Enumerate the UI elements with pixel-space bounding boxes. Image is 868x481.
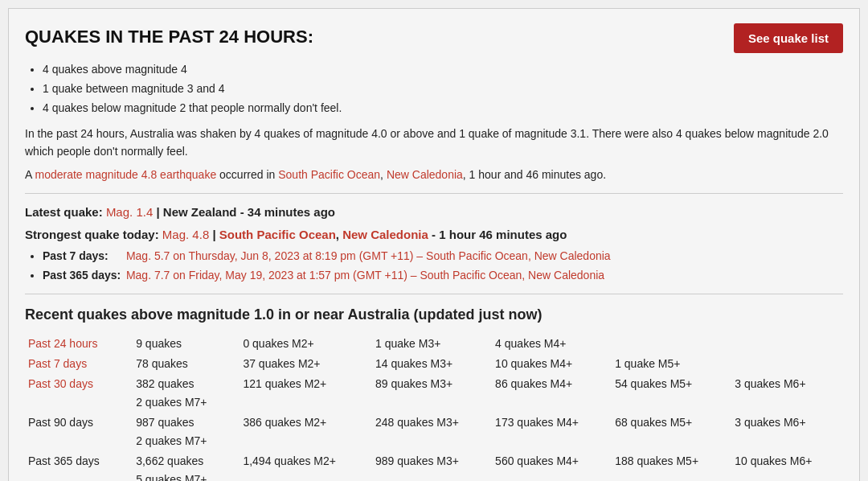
cell-90d-m7: 2 quakes M7+ xyxy=(133,433,240,451)
cell-90d-total: 987 quakes xyxy=(133,413,240,433)
row-label-24h: Past 24 hours xyxy=(25,334,133,354)
cell-24h-m3: 1 quake M3+ xyxy=(372,334,492,354)
location-link-1[interactable]: South Pacific Ocean xyxy=(278,168,380,181)
table-sub-row: 2 quakes M7+ xyxy=(25,433,843,451)
strongest-loc1[interactable]: South Pacific Ocean xyxy=(219,228,336,241)
header-row: QUAKES IN THE PAST 24 HOURS: See quake l… xyxy=(25,23,843,53)
divider-1 xyxy=(25,193,843,194)
cell-30d-m4: 86 quakes M4+ xyxy=(492,374,612,394)
bullet-item: 1 quake between magnitude 3 and 4 xyxy=(43,80,843,97)
cell-365d-total: 3,662 quakes xyxy=(133,451,240,471)
strongest-quake-line: Strongest quake today: Mag. 4.8 | South … xyxy=(25,226,843,245)
section-title: Recent quakes above magnitude 1.0 in or … xyxy=(25,304,843,326)
summary2-suffix: , 1 hour and 46 minutes ago. xyxy=(463,168,606,181)
summary2-prefix: A xyxy=(25,168,35,181)
cell-90d-m3: 248 quakes M3+ xyxy=(372,413,492,433)
strongest-loc2[interactable]: New Caledonia xyxy=(342,228,428,241)
record-link-365days[interactable]: Mag. 7.7 on Friday, May 19, 2023 at 1:57… xyxy=(126,269,604,282)
row-label-365d: Past 365 days xyxy=(25,451,133,471)
sub-row-filler xyxy=(240,394,843,413)
sub-row-empty xyxy=(25,394,133,413)
latest-label: Latest quake: xyxy=(25,205,106,219)
record-item-7days: Past 7 days: Mag. 5.7 on Thursday, Jun 8… xyxy=(43,248,843,265)
cell-30d-m7: 2 quakes M7+ xyxy=(133,394,240,413)
strongest-time: - 1 hour 46 minutes ago xyxy=(428,228,567,241)
bullet-item: 4 quakes above magnitude 4 xyxy=(43,61,843,78)
table-sub-row: 5 quakes M7+ xyxy=(25,471,843,481)
cell-7d-m2: 37 quakes M2+ xyxy=(240,354,372,374)
table-sub-row: 2 quakes M7+ xyxy=(25,394,843,413)
summary-paragraph-2: A moderate magnitude 4.8 earthquake occu… xyxy=(25,166,843,183)
latest-sep: | xyxy=(153,205,163,219)
cell-365d-m6: 10 quakes M6+ xyxy=(731,451,843,471)
table-row: Past 90 days 987 quakes 386 quakes M2+ 2… xyxy=(25,413,843,433)
cell-24h-m5 xyxy=(612,334,731,354)
cell-7d-total: 78 quakes xyxy=(133,354,240,374)
bullet-item: 4 quakes below magnitude 2 that people n… xyxy=(43,100,843,117)
see-quake-button[interactable]: See quake list xyxy=(734,23,843,53)
main-container: QUAKES IN THE PAST 24 HOURS: See quake l… xyxy=(8,8,860,481)
cell-24h-m4: 4 quakes M4+ xyxy=(492,334,612,354)
sub-row-filler xyxy=(240,471,843,481)
cell-30d-m3: 89 quakes M3+ xyxy=(372,374,492,394)
row-label-90d: Past 90 days xyxy=(25,413,133,433)
cell-7d-m3: 14 quakes M3+ xyxy=(372,354,492,374)
strongest-sep: | xyxy=(209,228,219,241)
strongest-label: Strongest quake today: xyxy=(25,228,162,241)
table-row: Past 30 days 382 quakes 121 quakes M2+ 8… xyxy=(25,374,843,394)
quake-table: Past 24 hours 9 quakes 0 quakes M2+ 1 qu… xyxy=(25,334,843,481)
divider-2 xyxy=(25,294,843,294)
cell-24h-m6 xyxy=(731,334,843,354)
cell-90d-m4: 173 quakes M4+ xyxy=(492,413,612,433)
strongest-comma: , xyxy=(336,228,342,241)
sub-row-filler xyxy=(240,433,843,451)
cell-365d-m3: 989 quakes M3+ xyxy=(372,451,492,471)
location-link-2[interactable]: New Caledonia xyxy=(387,168,463,181)
summary2-comma: , xyxy=(380,168,387,181)
table-row: Past 365 days 3,662 quakes 1,494 quakes … xyxy=(25,451,843,471)
record-period-365days: Past 365 days: xyxy=(43,267,123,284)
cell-90d-m5: 68 quakes M5+ xyxy=(612,413,731,433)
latest-mag: Mag. 1.4 xyxy=(106,205,153,219)
cell-24h-total: 9 quakes xyxy=(133,334,240,354)
table-row: Past 7 days 78 quakes 37 quakes M2+ 14 q… xyxy=(25,354,843,374)
cell-7d-m6 xyxy=(731,354,843,374)
record-item-365days: Past 365 days: Mag. 7.7 on Friday, May 1… xyxy=(43,267,843,284)
cell-30d-m5: 54 quakes M5+ xyxy=(612,374,731,394)
cell-90d-m6: 3 quakes M6+ xyxy=(731,413,843,433)
record-period-7days: Past 7 days: xyxy=(43,248,123,265)
cell-7d-m4: 10 quakes M4+ xyxy=(492,354,612,374)
cell-30d-m2: 121 quakes M2+ xyxy=(240,374,372,394)
cell-30d-total: 382 quakes xyxy=(133,374,240,394)
table-row: Past 24 hours 9 quakes 0 quakes M2+ 1 qu… xyxy=(25,334,843,354)
summary2-mid: occurred in xyxy=(216,168,278,181)
sub-row-empty xyxy=(25,433,133,451)
page-title: QUAKES IN THE PAST 24 HOURS: xyxy=(25,23,313,50)
cell-365d-m2: 1,494 quakes M2+ xyxy=(240,451,372,471)
cell-365d-m7: 5 quakes M7+ xyxy=(133,471,240,481)
cell-30d-m6: 3 quakes M6+ xyxy=(731,374,843,394)
latest-quake-line: Latest quake: Mag. 1.4 | New Zealand - 3… xyxy=(25,204,843,222)
cell-7d-m5: 1 quake M5+ xyxy=(612,354,731,374)
moderate-earthquake-link[interactable]: moderate magnitude 4.8 earthquake xyxy=(35,168,216,181)
latest-loc: New Zealand - 34 minutes ago xyxy=(163,205,335,219)
row-label-30d: Past 30 days xyxy=(25,374,133,394)
strongest-mag: Mag. 4.8 xyxy=(162,228,209,241)
summary-paragraph-1: In the past 24 hours, Australia was shak… xyxy=(25,125,843,161)
record-list: Past 7 days: Mag. 5.7 on Thursday, Jun 8… xyxy=(43,248,843,284)
summary-bullets: 4 quakes above magnitude 4 1 quake betwe… xyxy=(43,61,843,117)
cell-365d-m4: 560 quakes M4+ xyxy=(492,451,612,471)
row-label-7d: Past 7 days xyxy=(25,354,133,374)
sub-row-empty xyxy=(25,471,133,481)
cell-24h-m2: 0 quakes M2+ xyxy=(240,334,372,354)
record-link-7days[interactable]: Mag. 5.7 on Thursday, Jun 8, 2023 at 8:1… xyxy=(126,249,611,262)
cell-90d-m2: 386 quakes M2+ xyxy=(240,413,372,433)
cell-365d-m5: 188 quakes M5+ xyxy=(612,451,731,471)
